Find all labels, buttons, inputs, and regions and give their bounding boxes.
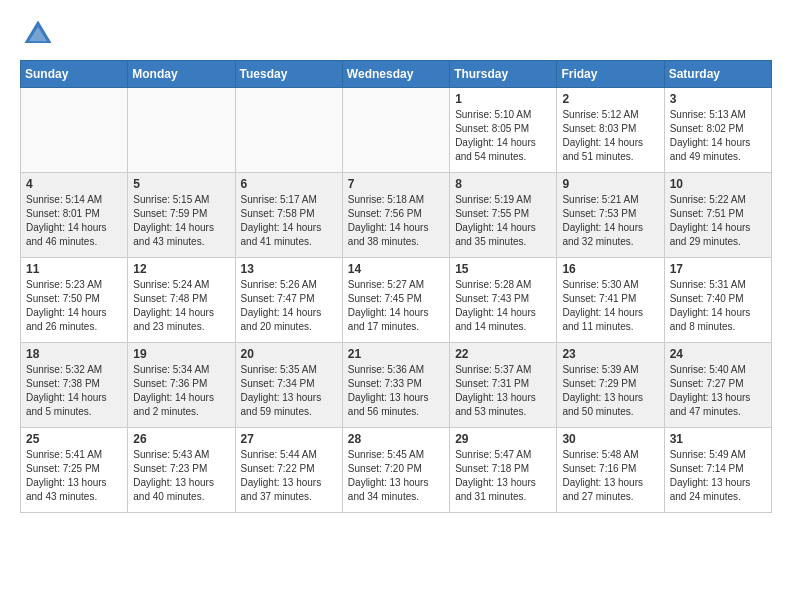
calendar-cell: 24Sunrise: 5:40 AM Sunset: 7:27 PM Dayli…: [664, 343, 771, 428]
day-number: 16: [562, 262, 658, 276]
day-number: 12: [133, 262, 229, 276]
calendar-cell: 19Sunrise: 5:34 AM Sunset: 7:36 PM Dayli…: [128, 343, 235, 428]
calendar-cell: 17Sunrise: 5:31 AM Sunset: 7:40 PM Dayli…: [664, 258, 771, 343]
calendar-header-saturday: Saturday: [664, 61, 771, 88]
calendar-cell: 27Sunrise: 5:44 AM Sunset: 7:22 PM Dayli…: [235, 428, 342, 513]
calendar-cell: 14Sunrise: 5:27 AM Sunset: 7:45 PM Dayli…: [342, 258, 449, 343]
day-number: 20: [241, 347, 337, 361]
day-number: 13: [241, 262, 337, 276]
calendar-header-thursday: Thursday: [450, 61, 557, 88]
calendar-header-wednesday: Wednesday: [342, 61, 449, 88]
calendar-week-row-1: 1Sunrise: 5:10 AM Sunset: 8:05 PM Daylig…: [21, 88, 772, 173]
calendar-header-monday: Monday: [128, 61, 235, 88]
day-info: Sunrise: 5:44 AM Sunset: 7:22 PM Dayligh…: [241, 448, 337, 504]
day-info: Sunrise: 5:28 AM Sunset: 7:43 PM Dayligh…: [455, 278, 551, 334]
day-info: Sunrise: 5:35 AM Sunset: 7:34 PM Dayligh…: [241, 363, 337, 419]
day-info: Sunrise: 5:43 AM Sunset: 7:23 PM Dayligh…: [133, 448, 229, 504]
calendar-cell: 28Sunrise: 5:45 AM Sunset: 7:20 PM Dayli…: [342, 428, 449, 513]
calendar-cell: [342, 88, 449, 173]
day-info: Sunrise: 5:14 AM Sunset: 8:01 PM Dayligh…: [26, 193, 122, 249]
day-number: 30: [562, 432, 658, 446]
header: [20, 16, 772, 52]
logo-icon: [20, 16, 56, 52]
day-info: Sunrise: 5:45 AM Sunset: 7:20 PM Dayligh…: [348, 448, 444, 504]
day-info: Sunrise: 5:31 AM Sunset: 7:40 PM Dayligh…: [670, 278, 766, 334]
day-number: 19: [133, 347, 229, 361]
day-number: 6: [241, 177, 337, 191]
calendar-cell: 30Sunrise: 5:48 AM Sunset: 7:16 PM Dayli…: [557, 428, 664, 513]
calendar-cell: 8Sunrise: 5:19 AM Sunset: 7:55 PM Daylig…: [450, 173, 557, 258]
calendar-cell: [128, 88, 235, 173]
calendar-cell: 16Sunrise: 5:30 AM Sunset: 7:41 PM Dayli…: [557, 258, 664, 343]
day-info: Sunrise: 5:39 AM Sunset: 7:29 PM Dayligh…: [562, 363, 658, 419]
day-info: Sunrise: 5:13 AM Sunset: 8:02 PM Dayligh…: [670, 108, 766, 164]
day-info: Sunrise: 5:15 AM Sunset: 7:59 PM Dayligh…: [133, 193, 229, 249]
calendar-cell: 1Sunrise: 5:10 AM Sunset: 8:05 PM Daylig…: [450, 88, 557, 173]
day-number: 21: [348, 347, 444, 361]
calendar-cell: 3Sunrise: 5:13 AM Sunset: 8:02 PM Daylig…: [664, 88, 771, 173]
calendar-week-row-3: 11Sunrise: 5:23 AM Sunset: 7:50 PM Dayli…: [21, 258, 772, 343]
calendar-cell: [235, 88, 342, 173]
day-number: 22: [455, 347, 551, 361]
calendar-cell: 7Sunrise: 5:18 AM Sunset: 7:56 PM Daylig…: [342, 173, 449, 258]
day-info: Sunrise: 5:24 AM Sunset: 7:48 PM Dayligh…: [133, 278, 229, 334]
day-number: 2: [562, 92, 658, 106]
calendar-cell: 29Sunrise: 5:47 AM Sunset: 7:18 PM Dayli…: [450, 428, 557, 513]
day-info: Sunrise: 5:23 AM Sunset: 7:50 PM Dayligh…: [26, 278, 122, 334]
calendar-cell: 18Sunrise: 5:32 AM Sunset: 7:38 PM Dayli…: [21, 343, 128, 428]
day-info: Sunrise: 5:49 AM Sunset: 7:14 PM Dayligh…: [670, 448, 766, 504]
day-info: Sunrise: 5:48 AM Sunset: 7:16 PM Dayligh…: [562, 448, 658, 504]
day-info: Sunrise: 5:22 AM Sunset: 7:51 PM Dayligh…: [670, 193, 766, 249]
day-info: Sunrise: 5:21 AM Sunset: 7:53 PM Dayligh…: [562, 193, 658, 249]
calendar-header-tuesday: Tuesday: [235, 61, 342, 88]
day-info: Sunrise: 5:47 AM Sunset: 7:18 PM Dayligh…: [455, 448, 551, 504]
day-number: 11: [26, 262, 122, 276]
day-number: 9: [562, 177, 658, 191]
calendar-header-friday: Friday: [557, 61, 664, 88]
day-number: 31: [670, 432, 766, 446]
calendar-cell: 15Sunrise: 5:28 AM Sunset: 7:43 PM Dayli…: [450, 258, 557, 343]
calendar-cell: 10Sunrise: 5:22 AM Sunset: 7:51 PM Dayli…: [664, 173, 771, 258]
calendar-week-row-2: 4Sunrise: 5:14 AM Sunset: 8:01 PM Daylig…: [21, 173, 772, 258]
day-number: 17: [670, 262, 766, 276]
calendar-cell: 9Sunrise: 5:21 AM Sunset: 7:53 PM Daylig…: [557, 173, 664, 258]
calendar-cell: 22Sunrise: 5:37 AM Sunset: 7:31 PM Dayli…: [450, 343, 557, 428]
day-info: Sunrise: 5:17 AM Sunset: 7:58 PM Dayligh…: [241, 193, 337, 249]
calendar-week-row-4: 18Sunrise: 5:32 AM Sunset: 7:38 PM Dayli…: [21, 343, 772, 428]
calendar-cell: 5Sunrise: 5:15 AM Sunset: 7:59 PM Daylig…: [128, 173, 235, 258]
calendar-cell: 11Sunrise: 5:23 AM Sunset: 7:50 PM Dayli…: [21, 258, 128, 343]
day-number: 10: [670, 177, 766, 191]
calendar-table: SundayMondayTuesdayWednesdayThursdayFrid…: [20, 60, 772, 513]
day-info: Sunrise: 5:40 AM Sunset: 7:27 PM Dayligh…: [670, 363, 766, 419]
day-info: Sunrise: 5:32 AM Sunset: 7:38 PM Dayligh…: [26, 363, 122, 419]
day-info: Sunrise: 5:34 AM Sunset: 7:36 PM Dayligh…: [133, 363, 229, 419]
day-number: 23: [562, 347, 658, 361]
calendar-cell: 20Sunrise: 5:35 AM Sunset: 7:34 PM Dayli…: [235, 343, 342, 428]
logo: [20, 16, 62, 52]
calendar-cell: 12Sunrise: 5:24 AM Sunset: 7:48 PM Dayli…: [128, 258, 235, 343]
day-info: Sunrise: 5:10 AM Sunset: 8:05 PM Dayligh…: [455, 108, 551, 164]
day-number: 24: [670, 347, 766, 361]
day-number: 26: [133, 432, 229, 446]
day-number: 14: [348, 262, 444, 276]
day-number: 29: [455, 432, 551, 446]
calendar-cell: 21Sunrise: 5:36 AM Sunset: 7:33 PM Dayli…: [342, 343, 449, 428]
day-number: 3: [670, 92, 766, 106]
day-info: Sunrise: 5:30 AM Sunset: 7:41 PM Dayligh…: [562, 278, 658, 334]
day-info: Sunrise: 5:26 AM Sunset: 7:47 PM Dayligh…: [241, 278, 337, 334]
calendar-cell: [21, 88, 128, 173]
day-info: Sunrise: 5:12 AM Sunset: 8:03 PM Dayligh…: [562, 108, 658, 164]
day-number: 15: [455, 262, 551, 276]
day-info: Sunrise: 5:36 AM Sunset: 7:33 PM Dayligh…: [348, 363, 444, 419]
day-number: 18: [26, 347, 122, 361]
day-info: Sunrise: 5:19 AM Sunset: 7:55 PM Dayligh…: [455, 193, 551, 249]
day-info: Sunrise: 5:18 AM Sunset: 7:56 PM Dayligh…: [348, 193, 444, 249]
calendar-cell: 25Sunrise: 5:41 AM Sunset: 7:25 PM Dayli…: [21, 428, 128, 513]
day-number: 8: [455, 177, 551, 191]
calendar-header-row: SundayMondayTuesdayWednesdayThursdayFrid…: [21, 61, 772, 88]
day-info: Sunrise: 5:37 AM Sunset: 7:31 PM Dayligh…: [455, 363, 551, 419]
day-number: 28: [348, 432, 444, 446]
calendar-cell: 6Sunrise: 5:17 AM Sunset: 7:58 PM Daylig…: [235, 173, 342, 258]
day-number: 5: [133, 177, 229, 191]
day-number: 1: [455, 92, 551, 106]
